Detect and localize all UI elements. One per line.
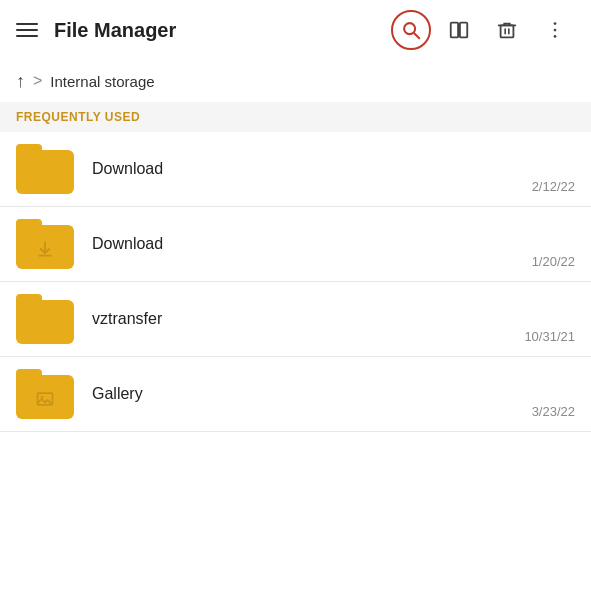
svg-rect-4 [501, 25, 514, 37]
app-title: File Manager [54, 19, 391, 42]
list-item[interactable]: Download 2/12/22 [0, 132, 591, 207]
folder-badge-image-icon [35, 389, 55, 413]
search-icon [400, 19, 422, 41]
more-options-icon [544, 19, 566, 41]
svg-rect-2 [451, 23, 458, 38]
file-info: Download [92, 160, 575, 178]
header-actions [391, 10, 575, 50]
file-date: 3/23/22 [532, 404, 575, 419]
file-date: 10/31/21 [524, 329, 575, 344]
folder-badge-download-icon [35, 239, 55, 263]
file-info: Gallery [92, 385, 575, 403]
file-info: Download [92, 235, 575, 253]
file-name: vztransfer [92, 310, 162, 327]
folder-icon [16, 369, 74, 419]
file-date: 1/20/22 [532, 254, 575, 269]
breadcrumb-path: Internal storage [50, 73, 154, 90]
list-item[interactable]: Download 1/20/22 [0, 207, 591, 282]
menu-button[interactable] [16, 23, 38, 37]
folder-icon [16, 294, 74, 344]
file-info: vztransfer [92, 310, 575, 328]
svg-point-0 [404, 23, 415, 34]
folder-icon [16, 144, 74, 194]
search-button[interactable] [391, 10, 431, 50]
breadcrumb: ↑ > Internal storage [0, 60, 591, 102]
trash-icon [496, 19, 518, 41]
delete-button[interactable] [487, 10, 527, 50]
split-view-button[interactable] [439, 10, 479, 50]
svg-line-1 [414, 33, 419, 38]
file-name: Download [92, 235, 163, 252]
svg-point-10 [554, 35, 557, 38]
svg-point-8 [554, 22, 557, 25]
folder-icon [16, 219, 74, 269]
svg-point-13 [41, 396, 44, 399]
header: File Manager [0, 0, 591, 60]
list-item[interactable]: vztransfer 10/31/21 [0, 282, 591, 357]
file-name: Download [92, 160, 163, 177]
file-name: Gallery [92, 385, 143, 402]
svg-rect-3 [460, 23, 467, 38]
breadcrumb-separator: > [33, 72, 42, 90]
split-view-icon [448, 19, 470, 41]
list-item[interactable]: Gallery 3/23/22 [0, 357, 591, 432]
file-list: Download 2/12/22 Download 1/20/22 [0, 132, 591, 432]
navigate-up-button[interactable]: ↑ [16, 71, 25, 92]
file-date: 2/12/22 [532, 179, 575, 194]
svg-point-9 [554, 29, 557, 32]
more-options-button[interactable] [535, 10, 575, 50]
section-label: FREQUENTLY USED [0, 102, 591, 132]
